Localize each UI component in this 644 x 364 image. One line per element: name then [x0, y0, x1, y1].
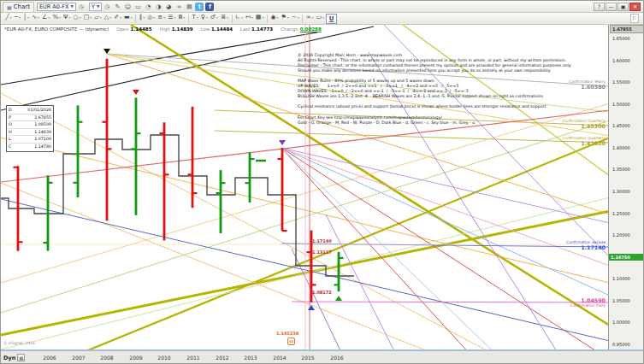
studies-icon[interactable]: ◑: [154, 2, 162, 11]
chevron-down-icon: ▾: [312, 15, 314, 20]
plot-canvas[interactable]: *EUR A0-FX, EURO COMPOSITE — (dynamic) O…: [1, 25, 608, 349]
chain-tool[interactable]: ∞▾: [304, 14, 315, 24]
chart-tab[interactable]: ▦ Chart: [3, 2, 34, 12]
regression-tool[interactable]: ∟▾: [234, 14, 245, 24]
chat-icon[interactable]: ▭: [133, 2, 142, 11]
symbol-select[interactable]: EUR A0-FX▼: [37, 3, 76, 11]
chevron-down-icon: ▾: [241, 15, 243, 20]
wave-top-marker: [103, 49, 110, 54]
year-tick-label: 2015: [301, 355, 314, 361]
year-tick-label: 2016: [330, 355, 343, 361]
chevron-down-icon: ▾: [69, 15, 71, 20]
twitter-icon[interactable]: t: [195, 3, 204, 11]
price-tick-label: 1.05000: [612, 298, 630, 303]
grid-tool[interactable]: ▦▾: [254, 14, 265, 24]
trend-line-tool[interactable]: ╱▾: [4, 14, 13, 24]
note-icon[interactable]: ▤: [185, 2, 193, 11]
data-box-key: O: [9, 121, 12, 128]
price-tick-label: 0.95000: [612, 342, 630, 347]
chart-tab-label: Chart: [14, 3, 30, 10]
price-tick-label: 1.45000: [612, 123, 630, 128]
price-tick-label: 1.10000: [612, 276, 630, 281]
chevron-down-icon: ▾: [174, 15, 176, 20]
wave-tool[interactable]: ∼▾: [290, 14, 300, 24]
comment-tool[interactable]: ▭▾: [315, 14, 326, 24]
cycle-line: [281, 148, 507, 349]
chevron-down-icon: ▾: [59, 15, 61, 20]
time-axis[interactable]: Dyn ▦ 2006200720082009201020112012201320…: [1, 349, 644, 364]
snapshot-icon[interactable]: ◔: [144, 2, 152, 11]
open-value: 1.14485: [130, 26, 151, 32]
price-tick-label: 1.30000: [612, 189, 630, 194]
link-icon[interactable]: ∞: [174, 2, 183, 11]
marker-tool[interactable]: ▬▾: [123, 14, 134, 24]
wave-top-marker: [279, 140, 286, 145]
flag-tool[interactable]: ⚑▾: [280, 14, 290, 24]
change-value: 0.00288: [300, 26, 322, 32]
close-button[interactable]: ✕: [629, 3, 641, 11]
wave-top-marker: [133, 90, 139, 95]
grid-mini-icon: ▦: [17, 354, 25, 361]
rectangle-tool[interactable]: □▾: [82, 14, 93, 24]
data-box-row: O1.08500: [9, 121, 51, 129]
brush-tool[interactable]: ✐▾: [113, 14, 123, 24]
chevron-down-icon: ▾: [206, 15, 208, 20]
cycle-line: [281, 148, 608, 349]
triangle-tool[interactable]: △▾: [103, 14, 112, 24]
facebook-icon[interactable]: f: [205, 3, 214, 11]
text-tool[interactable]: T▾: [191, 14, 199, 24]
extend-left-tool[interactable]: ↤▾: [244, 14, 254, 24]
data-box-key: L: [9, 136, 11, 143]
axis-top-price-box: 1.67855: [610, 25, 644, 33]
anchor-up-tool[interactable]: ♀▾: [199, 14, 209, 24]
levels-tool[interactable]: ≣▾: [220, 14, 230, 24]
fib-fan-tool[interactable]: ☰▾: [167, 14, 177, 24]
year-tick-label: 2007: [72, 355, 85, 361]
pencil-icon[interactable]: ✎: [113, 2, 121, 11]
smiley-icon[interactable]: ☺: [123, 2, 132, 11]
settings-icon[interactable]: ◕: [164, 2, 173, 11]
parallel-channel-tool[interactable]: ∥▾: [138, 14, 146, 24]
wave-balloon-marker[interactable]: M: [287, 338, 295, 345]
data-box[interactable]: D01/01/2026P1.67855O1.08500H1.14839L1.07…: [6, 105, 54, 152]
confirmation-daily-text: Confirmation Daily: [570, 303, 606, 308]
underline-button[interactable]: U: [326, 14, 338, 24]
parallelogram-tool[interactable]: ▱▾: [93, 14, 103, 24]
price-axis[interactable]: 1.67855 1.650001.600001.550001.500001.45…: [608, 25, 644, 349]
fib-timezone-tool[interactable]: Ⅲ▾: [177, 14, 186, 24]
angle-tool[interactable]: ∠▾: [41, 14, 51, 24]
minimize-button[interactable]: —: [606, 3, 617, 11]
titlebar: ▦ Chart EUR A0-FX▼ ◷ Y▼ ◷✎☺▭◔◑◕∞▤tf ?—▣✕: [1, 1, 643, 13]
chevron-down-icon: ▾: [27, 15, 29, 20]
dyn-button[interactable]: Dyn ▦: [3, 354, 25, 361]
symbol-title: *EUR A0-FX, EURO COMPOSITE: [4, 26, 77, 32]
chevron-down-icon: ▾: [197, 15, 198, 20]
anchor-down-tool[interactable]: ♂▾: [209, 14, 219, 24]
fib-circle-tool[interactable]: ◎▾: [146, 14, 157, 24]
confirmation-level-label: 1.08172: [312, 290, 332, 295]
confirmation-yearly: Confirmation Yearly1.60380: [569, 79, 606, 90]
alert-icon[interactable]: ⚐: [630, 14, 639, 23]
year-tick-label: 2014: [273, 355, 286, 361]
price-tick-label: 1.55000: [612, 79, 630, 85]
interval-select[interactable]: Y▼: [89, 3, 102, 11]
zigzag-tool[interactable]: ∿▾: [31, 14, 41, 24]
horizontal-line-tool[interactable]: ─▾: [13, 14, 21, 24]
data-box-row: L1.07100: [9, 136, 51, 144]
clock-button[interactable]: ◷: [77, 2, 86, 11]
fib-retracement-tool[interactable]: ≡▾: [157, 14, 167, 24]
help-button[interactable]: ?: [594, 3, 605, 11]
chevron-down-icon: ▾: [100, 15, 102, 20]
restore-button[interactable]: ▣: [617, 3, 629, 11]
chart-header: *EUR A0-FX, EURO COMPOSITE — (dynamic) O…: [4, 26, 322, 32]
ellipse-tool[interactable]: ○▾: [72, 14, 82, 24]
clock-icon[interactable]: ◷: [103, 2, 111, 11]
eye-tool[interactable]: ◉▾: [269, 14, 280, 24]
vertical-line-tool[interactable]: │▾: [21, 14, 30, 24]
data-box-row: H1.14839: [9, 129, 51, 137]
data-box-key: P: [9, 114, 11, 121]
pitchfork-tool[interactable]: Ψ▾: [62, 14, 73, 24]
confirmation-quarterly-1-value: 1.45300: [562, 124, 606, 129]
chevron-down-icon: ▾: [10, 15, 12, 20]
percent-tool[interactable]: %▾: [51, 14, 62, 24]
